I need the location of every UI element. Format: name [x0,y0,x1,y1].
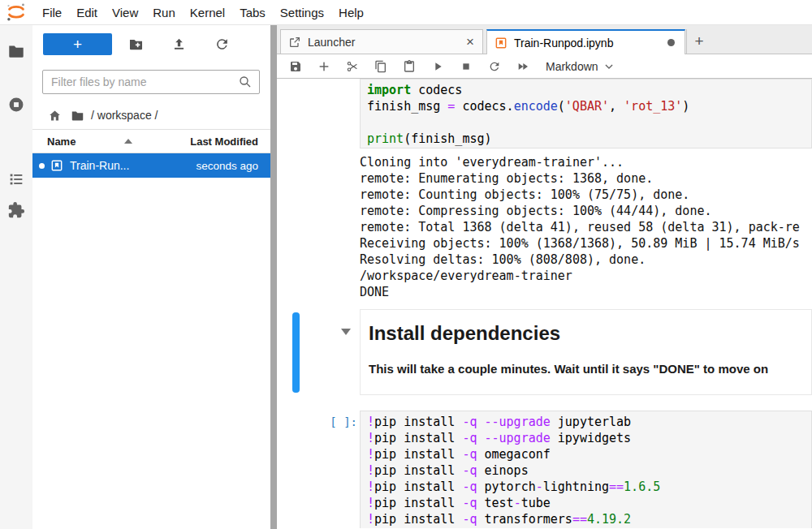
new-folder-icon[interactable] [117,33,155,55]
running-kernels-tab-icon[interactable] [0,88,32,121]
table-of-contents-tab-icon[interactable] [0,163,32,196]
dock-tab-bar: Launcher × Train-Runpod.ipynb + [277,25,812,54]
tab-notebook-active[interactable]: Train-Runpod.ipynb [486,29,685,54]
menu-edit[interactable]: Edit [69,6,105,19]
add-cell-icon[interactable] [314,57,334,76]
file-row-selected[interactable]: Train-Run... seconds ago [32,153,270,178]
menu-help[interactable]: Help [331,6,371,19]
main-area: Launcher × Train-Runpod.ipynb + [277,25,812,529]
cell-output-text: Cloning into 'everydream-trainer'... rem… [360,154,812,300]
new-tab-button[interactable]: + [686,29,711,54]
search-icon [238,75,253,89]
cell-type-dropdown[interactable]: Markdown [546,60,615,73]
menu-file[interactable]: File [35,6,69,19]
new-launcher-button[interactable]: + [43,33,112,55]
unsaved-dot-icon[interactable] [667,39,675,46]
code-cell-input[interactable]: !pip install -q --upgrade jupyterlab!pip… [360,411,812,528]
markdown-cell-rendered[interactable]: Install dependencies This will take a co… [360,309,812,395]
filter-files-box [42,70,260,94]
cut-cells-icon[interactable] [343,57,362,76]
left-sidebar [0,25,32,529]
save-icon[interactable] [286,57,305,76]
tab-launcher[interactable]: Launcher × [280,29,483,54]
close-icon[interactable]: × [466,35,474,49]
extensions-tab-icon[interactable] [0,194,32,226]
markdown-heading: Install dependencies [369,322,811,345]
menu-run[interactable]: Run [145,6,183,19]
menu-kernel[interactable]: Kernel [183,6,232,19]
refresh-icon[interactable] [203,33,241,55]
file-browser-tab-icon[interactable] [0,35,32,67]
file-browser-panel: + / workspace / [32,25,270,529]
home-icon[interactable] [48,109,62,123]
run-cell-icon[interactable] [428,57,447,76]
code-cell-input[interactable]: import codecsfinish_msg = codecs.encode(… [360,79,812,148]
menu-settings[interactable]: Settings [273,6,331,19]
menu-tabs[interactable]: Tabs [232,6,273,19]
cell-type-value: Markdown [546,60,598,73]
notebook-scroll-area[interactable]: import codecsfinish_msg = codecs.encode(… [277,79,812,528]
paste-cells-icon[interactable] [400,57,419,76]
stop-kernel-icon[interactable] [456,57,476,76]
sort-ascending-icon [124,139,132,144]
launcher-icon [288,36,301,49]
column-header-last-modified[interactable]: Last Modified [190,135,258,148]
column-header-name[interactable]: Name [47,135,76,148]
file-list-header: Name Last Modified [32,129,270,153]
tab-launcher-label: Launcher [308,36,355,49]
menu-view[interactable]: View [105,6,145,19]
jupyterlab-window: File Edit View Run Kernel Tabs Settings … [0,0,812,529]
copy-cells-icon[interactable] [371,57,391,76]
breadcrumb-path: / workspace / [91,109,158,122]
upload-icon[interactable] [160,33,198,55]
file-last-modified: seconds ago [196,160,258,172]
markdown-cell: Install dependencies This will take a co… [277,309,812,396]
cell-input-prompt: [ ]: [324,415,357,428]
notebook-file-icon [50,159,63,172]
active-cell-collapser-bar[interactable] [292,312,300,393]
heading-collapse-icon[interactable] [341,329,351,335]
file-browser-toolbar: + [32,32,270,56]
folder-icon[interactable] [71,109,84,123]
unsaved-dot-icon [39,163,45,169]
tab-notebook-label: Train-Runpod.ipynb [514,37,613,49]
panel-splitter[interactable] [270,25,277,529]
filter-files-input[interactable] [43,75,238,88]
menu-bar: File Edit View Run Kernel Tabs Settings … [0,0,812,25]
notebook-icon [495,37,508,49]
markdown-body-text: This will take a couple minutes. Wait un… [369,362,811,376]
breadcrumb: / workspace / [32,103,270,127]
restart-run-all-icon[interactable] [513,57,533,76]
jupyter-logo-icon [6,2,27,23]
code-cell: [ ]: !pip install -q --upgrade jupyterla… [277,411,812,528]
notebook-toolbar: Markdown [277,54,812,79]
chevron-down-icon [603,61,615,72]
restart-kernel-icon[interactable] [485,57,504,76]
file-name: Train-Run... [70,159,129,172]
